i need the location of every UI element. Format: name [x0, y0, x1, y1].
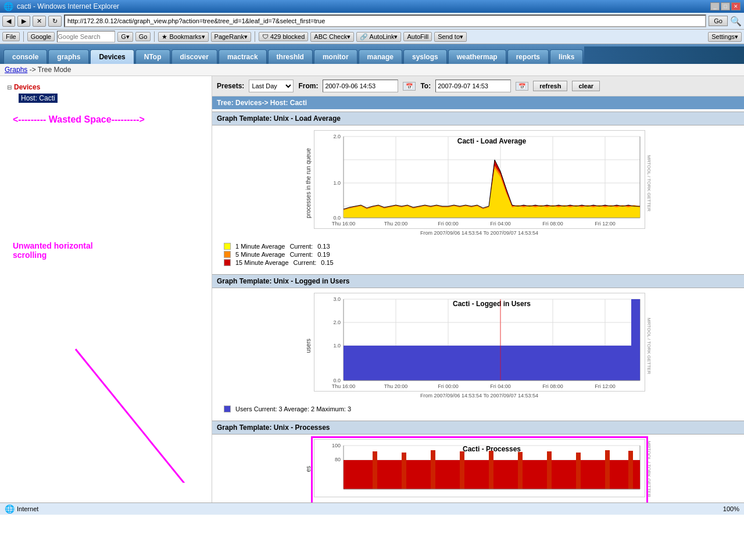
tab-threshld[interactable]: threshld — [268, 49, 313, 64]
sidebar-content: ⊟ Devices Host: Cacti <--------- Wasted … — [3, 80, 208, 263]
address-bar — [64, 15, 706, 27]
graph-2-ylabel: users — [305, 339, 312, 353]
settings-button[interactable]: Settings▾ — [708, 32, 742, 42]
google-toolbar[interactable]: Google — [27, 32, 55, 41]
svg-rect-45 — [631, 299, 640, 380]
address-input[interactable] — [64, 15, 706, 27]
legend-item-1min: 1 Minute Average Current: 0.13 — [224, 243, 732, 250]
svg-marker-19 — [344, 168, 640, 218]
refresh-nav-button[interactable]: ↻ — [48, 16, 62, 27]
graph-template-3-header: Graph Template: Unix - Processes — [212, 421, 744, 435]
svg-text:1.0: 1.0 — [333, 343, 341, 349]
tab-syslogs[interactable]: syslogs — [403, 49, 447, 64]
google-search-input[interactable] — [57, 31, 115, 42]
wasted-space-label: <--------- Wasted Space---------> — [13, 114, 205, 125]
blocked-button[interactable]: 🛡 429 blocked — [259, 32, 308, 41]
go-button[interactable]: Go — [709, 16, 728, 26]
tab-mactrack[interactable]: mactrack — [219, 49, 267, 64]
legend-color-5min — [224, 251, 231, 258]
legend-current-1min: 0.13 — [317, 243, 330, 250]
svg-rect-68 — [489, 451, 493, 489]
go-btn2[interactable]: Go — [135, 32, 151, 41]
refresh-button[interactable]: refresh — [533, 81, 567, 91]
check-button[interactable]: ABC Check▾ — [310, 32, 354, 42]
svg-text:0.0: 0.0 — [333, 378, 341, 383]
breadcrumb: Graphs -> Tree Mode — [0, 64, 744, 76]
from-input[interactable] — [323, 80, 398, 92]
window-title: cacti - Windows Internet Explorer — [17, 2, 119, 10]
graph-template-3-name: Unix - Processes — [274, 423, 330, 432]
minimize-button[interactable]: _ — [710, 2, 720, 10]
breadcrumb-graphs-link[interactable]: Graphs — [5, 66, 27, 74]
tree-header-text: Tree: Devices-> Host: Cacti — [217, 99, 307, 107]
tab-console[interactable]: console — [3, 49, 47, 64]
svg-rect-65 — [402, 453, 406, 489]
presets-select[interactable]: Last Day Last Week Last Month Last Year — [249, 80, 294, 92]
autolink-button[interactable]: 🔗 AutoLink▾ — [356, 32, 401, 42]
pagerank-button[interactable]: PageRank▾ — [211, 32, 251, 42]
clear-button[interactable]: clear — [572, 81, 600, 91]
sidebar-devices-root[interactable]: ⊟ Devices — [7, 83, 205, 91]
toolbar-bar: File Google G▾ Go ★ Bookmarks▾ PageRank▾… — [0, 30, 744, 44]
forward-button[interactable]: ▶ — [17, 16, 30, 27]
nav-bar: ◀ ▶ ✕ ↻ Go 🔍 — [0, 13, 744, 30]
tab-graphs[interactable]: graphs — [48, 49, 89, 64]
graph-template-1-label: Graph Template: — [217, 114, 274, 123]
search-icon[interactable]: 🔍 — [730, 16, 742, 27]
file-menu[interactable]: File — [2, 32, 20, 41]
browser-frame: 🌐 cacti - Windows Internet Explorer _ □ … — [0, 0, 744, 560]
autofill-button[interactable]: AutoFill — [403, 32, 432, 41]
graph-2-wrapper: users — [305, 293, 652, 399]
cacti-nav: console graphs Devices NTop discover mac… — [0, 44, 744, 64]
svg-text:Cacti - Load Average: Cacti - Load Average — [457, 137, 526, 145]
svg-text:Fri 00:00: Fri 00:00 — [438, 221, 459, 227]
graph-1-legend: 1 Minute Average Current: 0.13 5 Minute … — [212, 240, 744, 272]
tab-monitor[interactable]: monitor — [314, 49, 357, 64]
graph-3-container: es — [212, 435, 744, 502]
sidebar-host-cacti[interactable]: Host: Cacti — [19, 94, 58, 103]
close-button[interactable]: ✕ — [731, 2, 741, 10]
google-go-button[interactable]: G▾ — [117, 32, 133, 42]
send-to-button[interactable]: Send to▾ — [434, 32, 467, 42]
back-button[interactable]: ◀ — [2, 16, 15, 27]
maximize-button[interactable]: □ — [721, 2, 730, 10]
graph-1-svg: 2.0 1.0 0.0 Cacti - Load Average — [314, 130, 645, 229]
to-calendar-button[interactable]: 📅 — [516, 82, 528, 91]
tab-manage[interactable]: manage — [359, 49, 402, 64]
from-calendar-button[interactable]: 📅 — [403, 82, 416, 91]
legend-current-label-5min: Current: — [289, 251, 313, 258]
window-controls: _ □ ✕ — [710, 2, 741, 10]
legend-current-label-15min: Current: — [294, 259, 317, 266]
svg-rect-70 — [547, 451, 552, 489]
bookmarks-button[interactable]: ★ Bookmarks▾ — [158, 32, 208, 42]
legend-text-users: Users Current: 3 Average: 2 Maximum: 3 — [235, 405, 351, 412]
breadcrumb-separator: -> — [30, 66, 38, 74]
svg-rect-72 — [605, 450, 610, 489]
breadcrumb-mode: Tree Mode — [38, 66, 71, 74]
svg-text:Fri 00:00: Fri 00:00 — [438, 383, 459, 389]
legend-current-label-1min: Current: — [289, 243, 313, 250]
graph-template-2-header: Graph Template: Unix - Logged in Users — [212, 274, 744, 288]
graph-2-timerange: From 2007/09/06 14:53:54 To 2007/09/07 1… — [314, 393, 645, 399]
to-input[interactable] — [435, 80, 511, 92]
graph-3-wrapper: es — [305, 439, 652, 498]
tab-weathermap[interactable]: weathermap — [448, 49, 506, 64]
tab-reports[interactable]: reports — [507, 49, 549, 64]
stop-button[interactable]: ✕ — [33, 16, 46, 27]
legend-current-15min: 0.15 — [321, 259, 333, 266]
svg-text:Fri 04:00: Fri 04:00 — [490, 383, 511, 389]
tab-links[interactable]: links — [550, 49, 583, 64]
svg-text:Fri 12:00: Fri 12:00 — [595, 221, 616, 227]
svg-text:100: 100 — [331, 443, 340, 448]
graph-3-ylabel: es — [305, 466, 312, 472]
graph-3-box: 100 80 Cacti - Processes — [314, 439, 645, 498]
tab-discover[interactable]: discover — [171, 49, 217, 64]
to-label: To: — [420, 82, 431, 90]
svg-rect-64 — [373, 451, 377, 489]
sep1 — [23, 31, 24, 42]
svg-text:1.0: 1.0 — [333, 180, 341, 186]
tab-devices[interactable]: Devices — [90, 49, 134, 64]
svg-text:Cacti - Logged in Users: Cacti - Logged in Users — [452, 300, 530, 308]
tab-ntop[interactable]: NTop — [135, 49, 170, 64]
svg-text:80: 80 — [334, 457, 340, 462]
